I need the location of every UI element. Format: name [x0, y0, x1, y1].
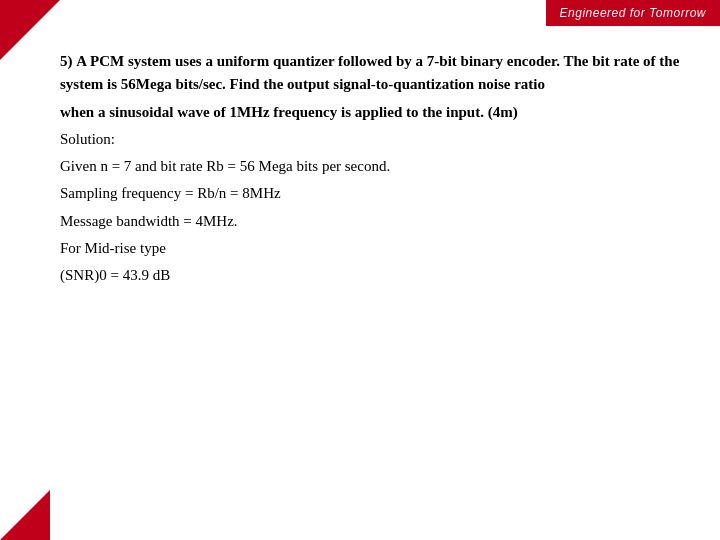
given-line: Given n = 7 and bit rate Rb = 56 Mega bi… — [60, 155, 680, 178]
header-tagline-text: Engineered for Tomorrow — [560, 6, 706, 20]
question-line-1: 5) A PCM system uses a uniform quantizer… — [60, 50, 680, 97]
snr-text: (SNR)0 = 43.9 dB — [60, 267, 170, 283]
given-text: Given n = 7 and bit rate Rb = 56 Mega bi… — [60, 158, 390, 174]
question-continuation: when a sinusoidal wave of 1MHz frequency… — [60, 101, 680, 124]
midrise-text: For Mid-rise type — [60, 240, 166, 256]
header-tagline-banner: Engineered for Tomorrow — [546, 0, 720, 26]
midrise-line: For Mid-rise type — [60, 237, 680, 260]
top-left-triangle-decoration — [0, 0, 60, 60]
question-bold-text: A PCM system uses a uniform quantizer fo… — [60, 53, 679, 92]
snr-line: (SNR)0 = 43.9 dB — [60, 264, 680, 287]
bottom-left-triangle-decoration — [0, 490, 50, 540]
solution-label-line: Solution: — [60, 128, 680, 151]
main-content: 5) A PCM system uses a uniform quantizer… — [60, 50, 680, 500]
question-when-text: when a sinusoidal wave of 1MHz frequency… — [60, 104, 518, 120]
bandwidth-line: Message bandwidth = 4MHz. — [60, 210, 680, 233]
question-number: 5) — [60, 53, 73, 69]
solution-label-text: Solution: — [60, 131, 115, 147]
sampling-text: Sampling frequency = Rb/n = 8MHz — [60, 185, 281, 201]
bandwidth-text: Message bandwidth = 4MHz. — [60, 213, 238, 229]
sampling-line: Sampling frequency = Rb/n = 8MHz — [60, 182, 680, 205]
